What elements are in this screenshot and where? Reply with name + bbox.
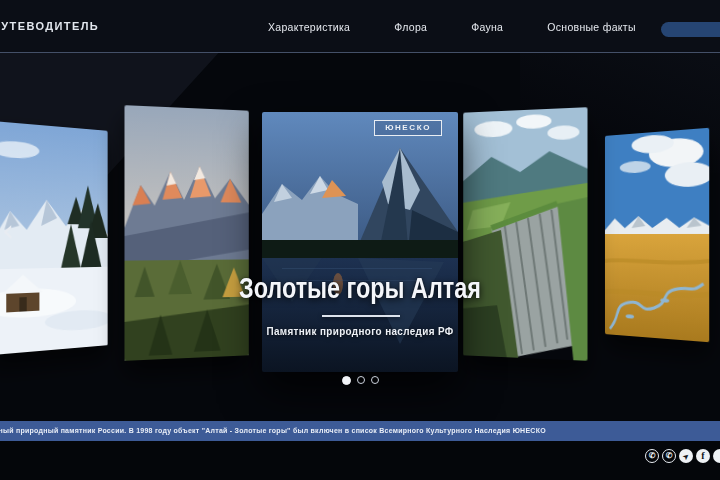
carousel-slide-golden-steppe[interactable] <box>605 128 709 342</box>
viber-icon[interactable]: ✆ <box>662 449 676 463</box>
carousel-slide-sunset-peaks[interactable] <box>124 105 248 361</box>
app-window: ПУТЕВОДИТЕЛЬ Характеристика Флора Фауна … <box>0 0 720 480</box>
nav-cta-button[interactable] <box>661 22 720 37</box>
vk-icon[interactable] <box>713 449 720 463</box>
mountain-lake-art <box>262 112 458 372</box>
top-nav: ПУТЕВОДИТЕЛЬ Характеристика Флора Фауна … <box>0 0 720 53</box>
nav-item-flora[interactable]: Флора <box>394 21 427 33</box>
info-strip-text: Уникальный природный памятник России. В … <box>0 421 546 441</box>
info-strip: Уникальный природный памятник России. В … <box>0 421 720 441</box>
golden-steppe-art <box>605 128 709 342</box>
carousel-prev-arrow-icon[interactable]: ‹ <box>2 216 14 246</box>
carousel-slide-winter-chalet[interactable] <box>0 121 108 356</box>
carousel-dot-3[interactable] <box>371 376 379 384</box>
nav-item-facts[interactable]: Основные факты <box>547 21 635 33</box>
carousel-dot-2[interactable] <box>357 376 365 384</box>
telegram-icon[interactable]: ➤ <box>679 449 693 463</box>
unesco-badge: ЮНЕСКО <box>374 120 442 136</box>
winter-chalet-art <box>0 121 108 356</box>
sunset-peaks-art <box>124 105 248 361</box>
nav-item-characteristics[interactable]: Характеристика <box>268 21 350 33</box>
nav-item-fauna[interactable]: Фауна <box>471 21 503 33</box>
social-links: ✆ ✆ ➤ f <box>645 449 720 463</box>
carousel-slide-green-ridge[interactable] <box>463 107 587 361</box>
site-logo[interactable]: ПУТЕВОДИТЕЛЬ <box>0 20 99 32</box>
carousel-dots <box>0 376 720 385</box>
carousel-dot-1[interactable] <box>342 376 351 385</box>
facebook-icon[interactable]: f <box>696 449 710 463</box>
hero-carousel: ‹ <box>0 53 720 421</box>
green-ridge-art <box>463 107 587 361</box>
nav-links: Характеристика Флора Фауна Основные факт… <box>268 0 636 53</box>
carousel-slide-mountain-lake[interactable]: ЮНЕСКО <box>262 112 458 372</box>
footer: ✆ ✆ ➤ f <box>0 441 720 480</box>
whatsapp-icon[interactable]: ✆ <box>645 449 659 463</box>
